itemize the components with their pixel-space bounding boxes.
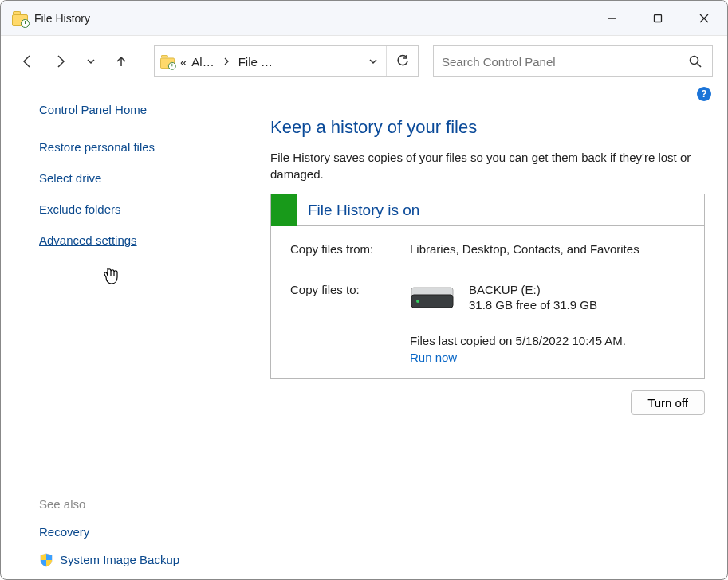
svg-line-5 bbox=[698, 64, 702, 68]
status-indicator-icon bbox=[271, 194, 297, 226]
drive-icon bbox=[410, 283, 455, 312]
drive-space: 31.8 GB free of 31.9 GB bbox=[469, 298, 597, 312]
search-icon[interactable] bbox=[688, 54, 704, 69]
address-crumb-2[interactable]: File … bbox=[238, 55, 273, 69]
sidebar-link-advanced-settings[interactable]: Advanced settings bbox=[39, 232, 227, 249]
back-button[interactable] bbox=[15, 49, 39, 73]
refresh-button[interactable] bbox=[386, 46, 418, 76]
copy-to-label: Copy files to: bbox=[290, 283, 410, 312]
address-bar[interactable]: « Al… File … bbox=[154, 45, 419, 77]
status-box: File History is on Copy files from: Libr… bbox=[270, 194, 705, 379]
svg-rect-1 bbox=[655, 14, 662, 22]
copy-from-label: Copy files from: bbox=[290, 242, 410, 256]
svg-point-4 bbox=[691, 57, 698, 65]
forward-button[interactable] bbox=[49, 49, 73, 73]
control-panel-home-link[interactable]: Control Panel Home bbox=[39, 103, 227, 116]
search-input[interactable] bbox=[442, 55, 688, 69]
sidebar-link-select-drive[interactable]: Select drive bbox=[39, 170, 227, 186]
shield-icon bbox=[39, 553, 53, 567]
address-crumb-prefix: « bbox=[180, 55, 187, 69]
sidebar-link-system-image-backup[interactable]: System Image Backup bbox=[60, 551, 179, 568]
last-copied-text: Files last copied on 5/18/2022 10:45 AM. bbox=[410, 334, 685, 347]
search-box[interactable] bbox=[433, 45, 713, 77]
close-button[interactable] bbox=[681, 1, 727, 36]
address-dropdown-button[interactable] bbox=[360, 46, 386, 76]
content-area: ? Keep a history of your files File Hist… bbox=[240, 87, 727, 580]
window-title: File History bbox=[34, 12, 90, 25]
title-bar: File History bbox=[1, 1, 727, 36]
status-title: File History is on bbox=[297, 202, 419, 219]
page-subtitle: File History saves copies of your files … bbox=[270, 149, 705, 182]
copy-from-value: Libraries, Desktop, Contacts, and Favori… bbox=[410, 242, 685, 256]
sidebar-link-exclude-folders[interactable]: Exclude folders bbox=[39, 201, 227, 217]
address-crumb-1[interactable]: Al… bbox=[191, 55, 214, 69]
maximize-button[interactable] bbox=[635, 1, 681, 36]
up-button[interactable] bbox=[109, 49, 133, 73]
see-also-heading: See also bbox=[39, 497, 227, 511]
sidebar: Control Panel Home Restore personal file… bbox=[1, 87, 240, 580]
minimize-button[interactable] bbox=[588, 1, 635, 36]
turn-off-button[interactable]: Turn off bbox=[631, 390, 705, 415]
file-history-folder-icon bbox=[12, 10, 28, 26]
recent-locations-dropdown[interactable] bbox=[82, 49, 100, 73]
sidebar-link-restore[interactable]: Restore personal files bbox=[39, 139, 227, 155]
page-title: Keep a history of your files bbox=[270, 117, 705, 138]
run-now-link[interactable]: Run now bbox=[410, 351, 457, 364]
sidebar-link-recovery[interactable]: Recovery bbox=[39, 523, 227, 540]
help-icon[interactable]: ? bbox=[697, 87, 711, 101]
folder-icon bbox=[160, 54, 175, 69]
chevron-right-icon[interactable] bbox=[219, 46, 234, 76]
svg-point-8 bbox=[416, 300, 419, 303]
drive-name: BACKUP (E:) bbox=[469, 283, 597, 296]
nav-bar: « Al… File … bbox=[1, 36, 727, 87]
